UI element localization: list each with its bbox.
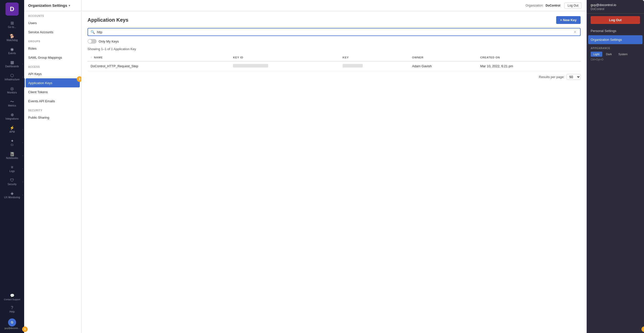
api-keys-label: API Keys (28, 72, 42, 76)
nav-item-goto[interactable]: ⊞ Go to... (0, 18, 24, 31)
nav-label-notebooks: Notebooks (6, 157, 18, 159)
sidebar-item-roles[interactable]: Roles (24, 44, 81, 53)
nav-label-monitors: Monitors (7, 91, 17, 94)
nav-item-metrics[interactable]: 〜 Metrics (0, 97, 24, 110)
content-header: Application Keys + New Key (88, 16, 581, 24)
org-name: DoControl (546, 4, 560, 7)
nav-item-ux-monitoring[interactable]: ◈ UX Monitoring › (0, 188, 24, 202)
search-clear-icon[interactable]: ✕ (573, 30, 578, 34)
nav-item-integrations[interactable]: ⊕ Integrations (0, 110, 24, 123)
sidebar-item-application-keys[interactable]: Application Keys 3 (26, 78, 80, 87)
title-dropdown-icon[interactable]: ▾ (69, 4, 70, 7)
cell-owner: Adam Gavish (409, 61, 477, 71)
theme-dark-button[interactable]: Dark (603, 52, 615, 57)
search-input[interactable] (97, 30, 573, 34)
goto-icon: ⊞ (11, 21, 14, 25)
appearance-label: APPEARANCE (591, 47, 640, 50)
application-keys-table: ↑ NAME KEY ID KEY OWNER CREATED ON (88, 54, 581, 71)
nav-item-events[interactable]: ◉ Events (0, 44, 24, 57)
sidebar-item-events-api-emails[interactable]: Events API Emails (24, 96, 81, 106)
key-blur (343, 64, 363, 68)
col-owner-label: OWNER (412, 56, 423, 59)
nav-item-watchdog[interactable]: 🐕 Watchdog (0, 31, 24, 44)
theme-light-button[interactable]: Light (591, 52, 602, 57)
svg-text:D: D (10, 6, 14, 12)
popup-email: guy@docontrol.io (591, 3, 640, 7)
nav-item-apm[interactable]: ⚡ APM › (0, 123, 24, 136)
sidebar-item-saml-group-mappings[interactable]: SAML Group Mappings (24, 53, 81, 62)
notebooks-icon: 📓 (10, 152, 15, 156)
search-bar-container: 🔍 ✕ (88, 28, 581, 36)
cell-created-on: Mar 10, 2022, 6:21 pm (477, 61, 581, 71)
nav-item-monitors[interactable]: ◎ Monitors (0, 84, 24, 97)
sidebar-item-users[interactable]: Users (24, 18, 81, 27)
nav-item-help[interactable]: ? Help (0, 303, 24, 316)
popup-org-settings[interactable]: Organization Settings (588, 35, 642, 44)
ux-monitoring-icon: ◈ (11, 191, 14, 195)
only-my-keys-toggle[interactable] (88, 39, 97, 44)
nav-label-infrastructure: Infrastructure (5, 78, 20, 81)
col-created-on: CREATED ON (477, 54, 581, 61)
results-per-page-label: Results per page: (539, 75, 565, 79)
nav-item-ci[interactable]: ✦ CI › (0, 136, 24, 149)
new-key-button[interactable]: + New Key (556, 16, 581, 24)
left-nav: D ⊞ Go to... 🐕 Watchdog ◉ Events ▦ Dashb… (0, 0, 24, 333)
sort-icon[interactable]: ↑ (91, 56, 92, 59)
nav-label-integrations: Integrations (6, 118, 19, 120)
security-section-label: SECURITY (24, 106, 81, 113)
popup-personal-settings[interactable]: Personal Settings (587, 26, 644, 35)
results-per-page-select[interactable]: 10 25 50 100 (567, 74, 581, 80)
keyboard-shortcut: Ctrl+Opt+D (591, 58, 640, 61)
theme-buttons: Light Dark System (591, 52, 640, 57)
col-owner: OWNER (409, 54, 477, 61)
contact-support-nav-item[interactable]: 💬 Contact Support (0, 292, 24, 303)
nav-label-dashboards: Dashboards (5, 65, 19, 68)
service-accounts-label: Service Accounts (28, 30, 53, 34)
nav-item-logs[interactable]: ≡ Logs › (0, 162, 24, 175)
nav-label-metrics: Metrics (8, 105, 16, 107)
step-badge-3: 3 (77, 76, 82, 82)
infrastructure-expand-icon: › (22, 76, 23, 78)
sidebar-item-public-sharing[interactable]: Public Sharing (24, 113, 81, 122)
col-created-on-label: CREATED ON (480, 56, 500, 59)
cell-key (340, 61, 409, 71)
watchdog-icon: 🐕 (10, 34, 15, 38)
search-icon: 🔍 (91, 30, 95, 34)
nav-item-dashboards[interactable]: ▦ Dashboards › (0, 57, 24, 71)
col-key-label: KEY (343, 56, 349, 59)
theme-system-button[interactable]: System (616, 52, 630, 57)
second-sidebar: Organization Settings ▾ ACCOUNTS Users S… (24, 0, 82, 333)
popup-logout-button[interactable]: Log Out (591, 16, 640, 24)
content-area: Application Keys + New Key 🔍 ✕ Only My K… (82, 11, 587, 85)
user-nav-item[interactable]: G guy@docontr... 1 (0, 316, 24, 333)
results-per-page-row: Results per page: 10 25 50 100 (88, 74, 581, 80)
logout-button[interactable]: Log Out (564, 3, 582, 9)
owner-value: Adam Gavish (412, 64, 432, 68)
sidebar-item-client-tokens[interactable]: Client Tokens (24, 87, 81, 96)
users-label: Users (28, 21, 37, 25)
infrastructure-icon: ⬡ (10, 74, 14, 78)
nav-label-security: Security (8, 183, 17, 186)
popup-user-section: guy@docontrol.io DoControl (587, 0, 644, 14)
saml-group-mappings-label: SAML Group Mappings (28, 56, 62, 59)
application-keys-label: Application Keys (28, 81, 52, 85)
col-name: ↑ NAME (88, 54, 230, 61)
nav-label-ux-monitoring: UX Monitoring (4, 196, 20, 199)
step-badge-1: 1 (22, 326, 28, 332)
groups-section-label: GROUPS (24, 37, 81, 44)
sidebar-item-service-accounts[interactable]: Service Accounts (24, 27, 81, 37)
sidebar-item-api-keys[interactable]: API Keys (24, 69, 81, 78)
only-my-keys-row: Only My Keys (88, 39, 581, 44)
nav-item-security[interactable]: 🛡 Security › (0, 175, 24, 188)
nav-label-events: Events (8, 52, 16, 55)
showing-label: Showing 1–1 of 1 Application Key (88, 47, 581, 51)
integrations-icon: ⊕ (11, 113, 14, 117)
notebooks-expand-icon: › (22, 154, 23, 157)
nav-item-infrastructure[interactable]: ⬡ Infrastructure › (0, 71, 24, 84)
table-row[interactable]: DoControl_HTTP_Request_Step Adam Gavish … (88, 61, 581, 71)
roles-label: Roles (28, 47, 36, 50)
events-api-emails-label: Events API Emails (28, 99, 55, 103)
nav-label-ci: CI (11, 144, 13, 146)
nav-item-notebooks[interactable]: 📓 Notebooks › (0, 149, 24, 162)
logo[interactable]: D (0, 0, 24, 18)
